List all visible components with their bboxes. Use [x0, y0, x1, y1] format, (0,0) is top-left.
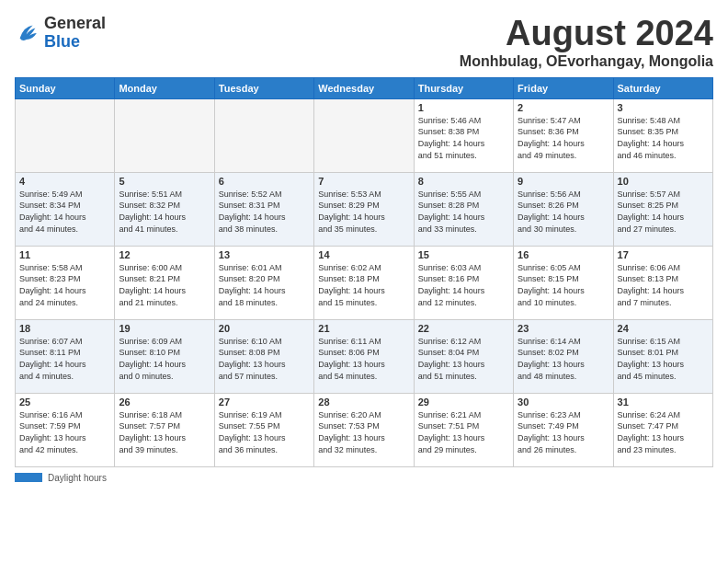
- day-info: Sunrise: 6:10 AM Sunset: 8:08 PM Dayligh…: [219, 336, 310, 382]
- day-info: Sunrise: 6:00 AM Sunset: 8:21 PM Dayligh…: [119, 262, 210, 308]
- calendar-cell: 16Sunrise: 6:05 AM Sunset: 8:15 PM Dayli…: [514, 246, 613, 319]
- weekday-header-row: SundayMondayTuesdayWednesdayThursdayFrid…: [16, 77, 713, 98]
- weekday-header-monday: Monday: [115, 77, 214, 98]
- calendar-cell: 10Sunrise: 5:57 AM Sunset: 8:25 PM Dayli…: [613, 172, 712, 246]
- calendar-cell: 26Sunrise: 6:18 AM Sunset: 7:57 PM Dayli…: [115, 393, 214, 466]
- day-info: Sunrise: 6:14 AM Sunset: 8:02 PM Dayligh…: [518, 336, 609, 382]
- day-number: 11: [19, 249, 110, 260]
- main-title: August 2024: [460, 15, 713, 53]
- calendar-week-row: 18Sunrise: 6:07 AM Sunset: 8:11 PM Dayli…: [16, 319, 713, 393]
- day-info: Sunrise: 6:23 AM Sunset: 7:49 PM Dayligh…: [518, 409, 609, 455]
- day-info: Sunrise: 5:49 AM Sunset: 8:34 PM Dayligh…: [19, 189, 110, 235]
- day-number: 20: [219, 323, 310, 334]
- day-info: Sunrise: 5:56 AM Sunset: 8:26 PM Dayligh…: [518, 189, 609, 235]
- calendar-week-row: 4Sunrise: 5:49 AM Sunset: 8:34 PM Daylig…: [16, 172, 713, 246]
- calendar-cell: 14Sunrise: 6:02 AM Sunset: 8:18 PM Dayli…: [314, 246, 414, 319]
- day-number: 1: [418, 102, 509, 113]
- calendar-cell: 2Sunrise: 5:47 AM Sunset: 8:36 PM Daylig…: [514, 98, 613, 172]
- day-info: Sunrise: 6:18 AM Sunset: 7:57 PM Dayligh…: [119, 409, 210, 455]
- day-number: 25: [19, 396, 110, 408]
- calendar-week-row: 11Sunrise: 5:58 AM Sunset: 8:23 PM Dayli…: [16, 246, 713, 319]
- day-number: 9: [518, 176, 609, 187]
- title-area: August 2024 Monhbulag, OEvorhangay, Mong…: [460, 15, 713, 70]
- calendar-cell: 3Sunrise: 5:48 AM Sunset: 8:35 PM Daylig…: [613, 98, 712, 172]
- day-info: Sunrise: 5:53 AM Sunset: 8:29 PM Dayligh…: [318, 189, 409, 235]
- day-info: Sunrise: 6:09 AM Sunset: 8:10 PM Dayligh…: [119, 336, 210, 382]
- weekday-header-wednesday: Wednesday: [314, 77, 414, 98]
- calendar-cell: 27Sunrise: 6:19 AM Sunset: 7:55 PM Dayli…: [214, 393, 313, 466]
- day-number: 26: [119, 396, 210, 408]
- day-info: Sunrise: 6:11 AM Sunset: 8:06 PM Dayligh…: [318, 336, 409, 382]
- day-number: 23: [518, 323, 609, 334]
- day-info: Sunrise: 6:05 AM Sunset: 8:15 PM Dayligh…: [518, 262, 609, 308]
- day-info: Sunrise: 6:12 AM Sunset: 8:04 PM Dayligh…: [418, 336, 509, 382]
- calendar-cell: [214, 98, 313, 172]
- calendar-cell: 4Sunrise: 5:49 AM Sunset: 8:34 PM Daylig…: [16, 172, 115, 246]
- logo: General Blue: [15, 15, 106, 52]
- daylight-label: Daylight hours: [48, 473, 107, 483]
- day-info: Sunrise: 6:02 AM Sunset: 8:18 PM Dayligh…: [318, 262, 409, 308]
- day-number: 27: [219, 396, 310, 408]
- day-info: Sunrise: 5:57 AM Sunset: 8:25 PM Dayligh…: [618, 189, 709, 235]
- calendar-cell: 1Sunrise: 5:46 AM Sunset: 8:38 PM Daylig…: [414, 98, 513, 172]
- day-number: 15: [418, 249, 509, 260]
- calendar-cell: 7Sunrise: 5:53 AM Sunset: 8:29 PM Daylig…: [314, 172, 414, 246]
- logo-text: General Blue: [44, 15, 106, 52]
- day-number: 7: [318, 176, 409, 187]
- weekday-header-saturday: Saturday: [613, 77, 712, 98]
- calendar-cell: [314, 98, 414, 172]
- day-number: 12: [119, 249, 210, 260]
- day-number: 4: [19, 176, 110, 187]
- calendar-week-row: 1Sunrise: 5:46 AM Sunset: 8:38 PM Daylig…: [16, 98, 713, 172]
- day-number: 5: [119, 176, 210, 187]
- calendar-cell: 11Sunrise: 5:58 AM Sunset: 8:23 PM Dayli…: [16, 246, 115, 319]
- weekday-header-thursday: Thursday: [414, 77, 513, 98]
- day-info: Sunrise: 6:01 AM Sunset: 8:20 PM Dayligh…: [219, 262, 310, 308]
- day-number: 10: [618, 176, 709, 187]
- header: General Blue August 2024 Monhbulag, OEvo…: [15, 15, 713, 70]
- calendar-cell: 22Sunrise: 6:12 AM Sunset: 8:04 PM Dayli…: [414, 319, 513, 393]
- day-info: Sunrise: 6:15 AM Sunset: 8:01 PM Dayligh…: [618, 336, 709, 382]
- day-number: 29: [418, 396, 509, 408]
- day-info: Sunrise: 6:21 AM Sunset: 7:51 PM Dayligh…: [418, 409, 509, 455]
- calendar-cell: 8Sunrise: 5:55 AM Sunset: 8:28 PM Daylig…: [414, 172, 513, 246]
- day-info: Sunrise: 5:51 AM Sunset: 8:32 PM Dayligh…: [119, 189, 210, 235]
- calendar-cell: 28Sunrise: 6:20 AM Sunset: 7:53 PM Dayli…: [314, 393, 414, 466]
- calendar-cell: 23Sunrise: 6:14 AM Sunset: 8:02 PM Dayli…: [514, 319, 613, 393]
- calendar-cell: 9Sunrise: 5:56 AM Sunset: 8:26 PM Daylig…: [514, 172, 613, 246]
- calendar-cell: 24Sunrise: 6:15 AM Sunset: 8:01 PM Dayli…: [613, 319, 712, 393]
- calendar-cell: 29Sunrise: 6:21 AM Sunset: 7:51 PM Dayli…: [414, 393, 513, 466]
- day-info: Sunrise: 5:48 AM Sunset: 8:35 PM Dayligh…: [618, 115, 709, 161]
- calendar-cell: 30Sunrise: 6:23 AM Sunset: 7:49 PM Dayli…: [514, 393, 613, 466]
- day-number: 13: [219, 249, 310, 260]
- weekday-header-friday: Friday: [514, 77, 613, 98]
- weekday-header-sunday: Sunday: [16, 77, 115, 98]
- day-number: 17: [618, 249, 709, 260]
- day-info: Sunrise: 5:55 AM Sunset: 8:28 PM Dayligh…: [418, 189, 509, 235]
- calendar-cell: 19Sunrise: 6:09 AM Sunset: 8:10 PM Dayli…: [115, 319, 214, 393]
- calendar-table: SundayMondayTuesdayWednesdayThursdayFrid…: [15, 77, 713, 467]
- day-number: 30: [518, 396, 609, 408]
- day-number: 21: [318, 323, 409, 334]
- calendar-cell: [115, 98, 214, 172]
- subtitle: Monhbulag, OEvorhangay, Mongolia: [460, 53, 713, 70]
- day-info: Sunrise: 5:58 AM Sunset: 8:23 PM Dayligh…: [19, 262, 110, 308]
- day-number: 16: [518, 249, 609, 260]
- day-number: 19: [119, 323, 210, 334]
- day-info: Sunrise: 6:03 AM Sunset: 8:16 PM Dayligh…: [418, 262, 509, 308]
- day-number: 2: [518, 102, 609, 113]
- calendar-cell: 17Sunrise: 6:06 AM Sunset: 8:13 PM Dayli…: [613, 246, 712, 319]
- calendar-cell: [16, 98, 115, 172]
- day-number: 18: [19, 323, 110, 334]
- day-info: Sunrise: 5:47 AM Sunset: 8:36 PM Dayligh…: [518, 115, 609, 161]
- calendar-cell: 25Sunrise: 6:16 AM Sunset: 7:59 PM Dayli…: [16, 393, 115, 466]
- calendar-cell: 18Sunrise: 6:07 AM Sunset: 8:11 PM Dayli…: [16, 319, 115, 393]
- day-info: Sunrise: 6:20 AM Sunset: 7:53 PM Dayligh…: [318, 409, 409, 455]
- calendar-cell: 20Sunrise: 6:10 AM Sunset: 8:08 PM Dayli…: [214, 319, 313, 393]
- day-number: 8: [418, 176, 509, 187]
- day-number: 24: [618, 323, 709, 334]
- calendar-cell: 21Sunrise: 6:11 AM Sunset: 8:06 PM Dayli…: [314, 319, 414, 393]
- footer-note: Daylight hours: [15, 473, 713, 483]
- day-number: 28: [318, 396, 409, 408]
- logo-bird-icon: [15, 20, 40, 46]
